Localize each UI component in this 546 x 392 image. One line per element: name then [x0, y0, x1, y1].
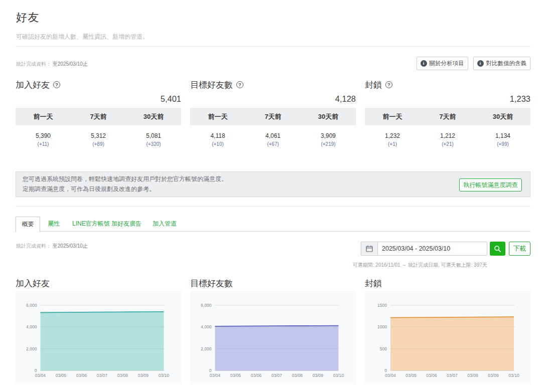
- svg-text:03/04: 03/04: [385, 373, 396, 378]
- svg-text:03/07: 03/07: [97, 373, 108, 378]
- svg-text:6,000: 6,000: [26, 303, 37, 308]
- svg-text:4,000: 4,000: [201, 324, 212, 329]
- svg-text:03/09: 03/09: [488, 373, 499, 378]
- svg-text:03/10: 03/10: [333, 373, 344, 378]
- svg-text:0: 0: [209, 368, 212, 373]
- svg-text:03/04: 03/04: [210, 373, 221, 378]
- svg-text:03/06: 03/06: [426, 373, 437, 378]
- svg-text:03/06: 03/06: [251, 373, 262, 378]
- svg-text:1000: 1000: [377, 324, 387, 329]
- svg-text:2,000: 2,000: [201, 346, 212, 351]
- svg-text:03/07: 03/07: [447, 373, 458, 378]
- svg-text:03/06: 03/06: [76, 373, 87, 378]
- svg-text:03/09: 03/09: [313, 373, 324, 378]
- svg-text:03/08: 03/08: [292, 373, 303, 378]
- svg-text:03/04: 03/04: [35, 373, 46, 378]
- svg-text:03/09: 03/09: [138, 373, 149, 378]
- svg-text:03/08: 03/08: [117, 373, 128, 378]
- svg-text:0: 0: [35, 368, 37, 373]
- svg-text:03/08: 03/08: [467, 373, 478, 378]
- svg-text:2,000: 2,000: [26, 346, 37, 351]
- svg-text:03/10: 03/10: [508, 373, 519, 378]
- svg-text:0: 0: [384, 368, 387, 373]
- svg-text:03/05: 03/05: [230, 373, 241, 378]
- svg-text:500: 500: [380, 346, 387, 351]
- svg-text:03/05: 03/05: [56, 373, 67, 378]
- svg-text:03/07: 03/07: [271, 373, 283, 378]
- svg-text:4,000: 4,000: [26, 324, 37, 329]
- svg-text:1500: 1500: [377, 303, 387, 308]
- svg-text:6,000: 6,000: [201, 303, 212, 308]
- svg-text:03/05: 03/05: [405, 373, 417, 378]
- svg-text:03/10: 03/10: [159, 373, 170, 378]
